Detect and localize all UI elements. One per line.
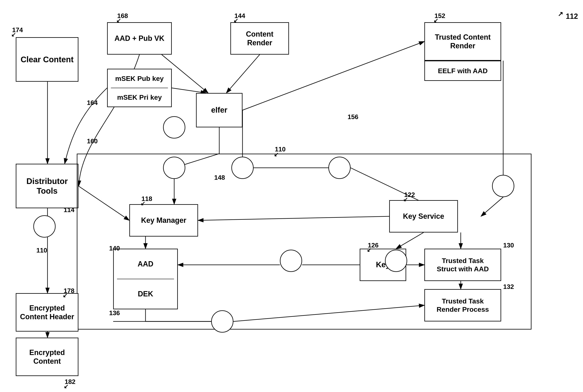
circle-c2 [163,116,185,138]
key-manager-box: Key Manager [129,204,198,236]
encrypted-content-box: EncryptedContent [16,338,78,376]
circle-c1 [33,215,55,238]
trusted-content-render-box: Trusted ContentRender [424,22,501,61]
aad-label: AAD [138,260,153,268]
circle-c7 [280,250,302,272]
elfer-box: elfer [196,93,242,127]
circle-c9 [211,310,233,332]
circle-c4 [231,157,254,179]
circle-c8 [385,250,407,272]
ref-112: 112 [566,12,578,20]
distributor-tools-box: DistributorTools [16,164,78,208]
ref-arrow-174: ↙ [11,31,16,38]
ref-130: 130 [503,242,514,249]
svg-line-3 [172,88,206,93]
ref-160: 160 [87,138,98,145]
ref-136: 136 [109,309,120,317]
trusted-task-render-label: Trusted TaskRender Process [437,297,489,314]
key-service-box: Key Service [389,200,458,232]
msek-pub-key-label: mSEK Pub key [115,74,164,83]
msek-pri-key-label: mSEK Pri key [117,93,162,102]
encrypted-content-header-box: EncryptedContent Header [16,293,78,332]
clear-content-label: Clear Content [20,54,73,64]
ref-114: 114 [64,206,74,214]
encrypted-content-label: EncryptedContent [29,348,65,366]
svg-line-4 [226,54,260,93]
aad-pub-vk-label: AAD + Pub VK [114,34,164,43]
trusted-task-render-box: Trusted TaskRender Process [424,289,501,322]
ref-140: 140 [109,244,120,252]
circle-c5 [328,157,351,179]
diagram: Clear Content 174 ↙ AAD + Pub VK 168 ↙ m… [0,0,583,392]
trusted-task-struct-box: Trusted TaskStruct with AAD [424,249,501,281]
circle-c6 [492,175,514,197]
ref-148: 148 [214,174,225,181]
ref-132: 132 [503,283,514,290]
content-render-label: ContentRender [246,30,273,47]
ref-164: 164 [87,99,98,106]
key-service-label: Key Service [403,212,444,220]
msek-keys-box: mSEK Pub key mSEK Pri key [107,69,172,107]
clear-content-box: Clear Content [16,37,78,82]
circle-c3 [163,157,185,179]
dek-label: DEK [138,290,153,298]
eelf-aad-box: EELF with AAD [424,61,501,81]
aad-pub-vk-box: AAD + Pub VK [107,22,172,54]
elfer-label: elfer [211,106,227,115]
eelf-aad-label: EELF with AAD [438,67,488,75]
content-render-box: ContentRender [230,22,289,54]
ref-156: 156 [348,113,358,121]
distributor-tools-label: DistributorTools [26,176,68,196]
aad-dek-box: AAD DEK [113,249,178,309]
trusted-content-render-label: Trusted ContentRender [435,33,491,50]
trusted-task-struct-label: Trusted TaskStruct with AAD [437,256,489,273]
ref-110-left: 110 [36,247,47,254]
encrypted-content-header-label: EncryptedContent Header [20,304,74,321]
key-manager-label: Key Manager [141,216,186,224]
